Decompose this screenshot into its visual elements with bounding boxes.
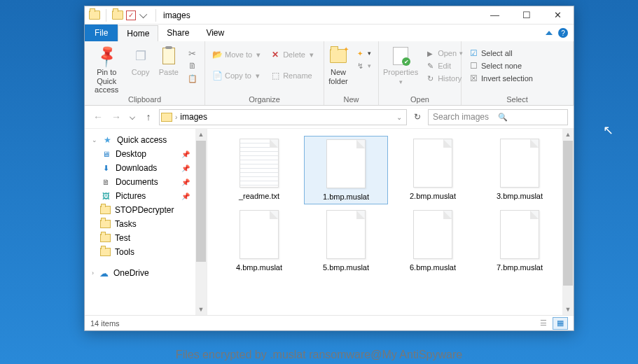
cloud-icon xyxy=(98,268,109,278)
select-none-button[interactable]: Select none xyxy=(466,59,536,72)
select-none-icon xyxy=(469,61,478,71)
scroll-up-icon[interactable]: ▲ xyxy=(195,129,207,140)
qat-folder-icon[interactable] xyxy=(112,10,123,20)
large-icons-view-button[interactable] xyxy=(553,317,568,330)
tab-share[interactable]: Share xyxy=(158,24,197,41)
copy-path-button[interactable] xyxy=(185,59,200,72)
up-button[interactable] xyxy=(141,109,156,125)
search-input[interactable]: Search images xyxy=(428,109,568,125)
new-item-icon xyxy=(355,48,365,58)
paste-button[interactable]: Paste xyxy=(157,44,181,77)
forward-button[interactable] xyxy=(109,109,124,125)
file-name: _readme.txt xyxy=(239,192,279,200)
copy-icon xyxy=(135,46,146,66)
invert-selection-button[interactable]: Invert selection xyxy=(466,72,536,85)
sidebar-item-desktop[interactable]: Desktop📌 xyxy=(85,147,207,161)
explorer-window: images — ☐ ✕ File Home Share View ? 📌 Pi… xyxy=(84,6,574,331)
file-item[interactable]: 6.bmp.muslat xyxy=(391,207,475,274)
move-to-button[interactable]: Move to▾ xyxy=(209,48,263,61)
address-bar[interactable]: › images ⌄ xyxy=(159,109,407,125)
group-select-label: Select xyxy=(466,95,569,104)
pin-to-quick-access-button[interactable]: 📌 Pin to Quick access xyxy=(89,44,124,94)
file-icon xyxy=(500,139,539,188)
file-icon xyxy=(413,210,452,259)
file-grid: _readme.txt1.bmp.muslat2.bmp.muslat3.bmp… xyxy=(207,129,574,281)
qat-properties-icon[interactable] xyxy=(126,10,136,20)
minimize-button[interactable]: — xyxy=(479,6,511,24)
invert-selection-icon xyxy=(469,74,478,83)
help-icon[interactable]: ? xyxy=(558,28,568,38)
properties-button[interactable]: Properties ▾ xyxy=(383,44,418,85)
easy-access-button[interactable]: ▾ xyxy=(352,59,374,72)
group-new-label: New xyxy=(328,95,374,104)
recent-locations-icon[interactable] xyxy=(130,114,135,120)
new-item-button[interactable]: ▾ xyxy=(352,47,374,59)
scroll-up-icon[interactable]: ▲ xyxy=(562,129,574,140)
close-button[interactable]: ✕ xyxy=(542,6,574,24)
copy-button[interactable]: Copy xyxy=(128,44,152,77)
file-name: 3.bmp.muslat xyxy=(497,192,543,200)
chevron-right-icon[interactable]: › xyxy=(174,113,179,121)
sidebar-item-label: Documents xyxy=(116,177,158,187)
sidebar-item-tasks[interactable]: Tasks xyxy=(85,217,207,231)
paste-shortcut-button[interactable] xyxy=(185,72,200,85)
delete-button[interactable]: Delete▾ xyxy=(268,48,317,61)
copy-to-button[interactable]: Copy to▾ xyxy=(209,69,263,82)
ribbon: 📌 Pin to Quick access Copy Paste Clipb xyxy=(85,41,574,106)
pic-icon xyxy=(100,191,111,201)
tab-file[interactable]: File xyxy=(85,24,118,41)
file-item[interactable]: 7.bmp.muslat xyxy=(478,207,562,274)
cut-button[interactable] xyxy=(185,47,200,59)
scroll-thumb[interactable] xyxy=(196,141,206,262)
details-view-button[interactable] xyxy=(536,317,551,330)
edit-button[interactable]: Edit xyxy=(422,59,466,72)
file-item[interactable]: 2.bmp.muslat xyxy=(391,136,475,204)
navbar: › images ⌄ Search images xyxy=(85,106,574,128)
easy-access-icon xyxy=(355,61,365,71)
sidebar-item-pictures[interactable]: Pictures📌 xyxy=(85,189,207,203)
collapse-ribbon-icon[interactable] xyxy=(546,31,553,35)
item-count: 14 items xyxy=(90,319,120,328)
file-item[interactable]: 4.bmp.muslat xyxy=(217,207,301,274)
history-button[interactable]: History xyxy=(422,72,466,85)
file-item[interactable]: 3.bmp.muslat xyxy=(478,136,562,204)
file-item[interactable]: _readme.txt xyxy=(217,136,301,204)
delete-icon xyxy=(270,50,280,59)
sidebar-item-test[interactable]: Test xyxy=(85,231,207,245)
file-name: 5.bmp.muslat xyxy=(323,263,369,272)
breadcrumb-segment[interactable]: images xyxy=(180,112,207,122)
onedrive-item[interactable]: › OneDrive xyxy=(85,266,207,280)
sidebar-item-tools[interactable]: Tools xyxy=(85,245,207,259)
tab-view[interactable]: View xyxy=(197,24,233,41)
scroll-down-icon[interactable]: ▼ xyxy=(195,304,207,315)
file-item[interactable]: 5.bmp.muslat xyxy=(304,207,388,274)
chevron-down-icon[interactable] xyxy=(139,10,147,18)
sidebar-item-label: Pictures xyxy=(116,191,146,201)
scroll-thumb[interactable] xyxy=(563,141,573,286)
search-icon xyxy=(498,112,563,122)
new-folder-button[interactable]: New folder xyxy=(328,44,348,85)
rename-button[interactable]: Rename xyxy=(268,69,317,82)
open-button[interactable]: Open▾ xyxy=(422,47,466,59)
chevron-down-icon[interactable]: ⌄ xyxy=(395,113,406,121)
content-scrollbar[interactable]: ▲ ▼ xyxy=(562,129,574,315)
sidebar-item-label: Downloads xyxy=(116,163,157,173)
file-name: 1.bmp.muslat xyxy=(323,192,369,201)
quick-access-header[interactable]: ⌄ ★ Quick access xyxy=(85,133,207,147)
file-item[interactable]: 1.bmp.muslat xyxy=(304,136,388,204)
back-button[interactable] xyxy=(90,109,106,125)
scroll-down-icon[interactable]: ▼ xyxy=(562,304,574,315)
sidebar-item-downloads[interactable]: Downloads📌 xyxy=(85,161,207,175)
sidebar-item-stopdecrypter[interactable]: STOPDecrypter xyxy=(85,203,207,217)
maximize-button[interactable]: ☐ xyxy=(511,6,542,24)
sidebar-item-documents[interactable]: Documents📌 xyxy=(85,175,207,189)
group-clipboard-label: Clipboard xyxy=(89,95,200,104)
folder-icon xyxy=(161,113,172,122)
search-placeholder: Search images xyxy=(433,112,498,122)
refresh-button[interactable] xyxy=(410,109,425,125)
sidebar-scrollbar[interactable]: ▲ ▼ xyxy=(195,129,207,315)
tab-home[interactable]: Home xyxy=(118,25,158,42)
edit-icon xyxy=(425,61,435,71)
select-all-button[interactable]: Select all xyxy=(466,47,536,59)
fold-icon xyxy=(100,248,111,256)
